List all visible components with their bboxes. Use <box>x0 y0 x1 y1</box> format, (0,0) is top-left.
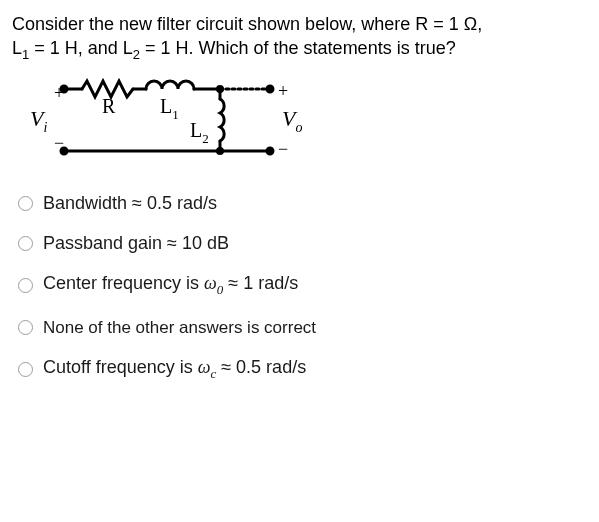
radio-icon[interactable] <box>18 278 33 293</box>
option-passband[interactable]: Passband gain ≈ 10 dB <box>12 234 587 252</box>
radio-icon[interactable] <box>18 362 33 377</box>
vi-plus: + <box>54 83 64 103</box>
q-l1: L <box>12 38 22 58</box>
option-label: Center frequency is ω0 ≈ 1 rad/s <box>43 274 298 297</box>
vo-minus: − <box>278 139 288 159</box>
option-bandwidth[interactable]: Bandwidth ≈ 0.5 rad/s <box>12 194 587 212</box>
vo-label: Vo <box>282 106 302 135</box>
options-group: Bandwidth ≈ 0.5 rad/s Passband gain ≈ 10… <box>12 194 587 380</box>
svg-point-6 <box>267 86 273 92</box>
circuit-figure: + Vi − R L1 L2 + Vo − <box>20 71 587 176</box>
radio-icon[interactable] <box>18 236 33 251</box>
question-text: Consider the new filter circuit shown be… <box>12 12 587 63</box>
q-end: = 1 H. Which of the statements is true? <box>140 38 456 58</box>
q-mid: = 1 H, and L <box>29 38 133 58</box>
circuit-svg: + Vi − R L1 L2 + Vo − <box>20 71 310 171</box>
option-label: Bandwidth ≈ 0.5 rad/s <box>43 194 217 212</box>
vi-minus: − <box>54 133 64 153</box>
option-center-freq[interactable]: Center frequency is ω0 ≈ 1 rad/s <box>12 274 587 297</box>
r-label: R <box>102 95 116 117</box>
option-label: Passband gain ≈ 10 dB <box>43 234 229 252</box>
svg-point-12 <box>267 148 273 154</box>
radio-icon[interactable] <box>18 320 33 335</box>
radio-icon[interactable] <box>18 196 33 211</box>
question-line1: Consider the new filter circuit shown be… <box>12 14 482 34</box>
option-label: None of the other answers is correct <box>43 319 316 336</box>
option-none[interactable]: None of the other answers is correct <box>12 319 587 336</box>
l1-label: L1 <box>160 95 179 122</box>
option-label: Cutoff frequency is ωc ≈ 0.5 rad/s <box>43 358 306 381</box>
l2-label: L2 <box>190 119 209 146</box>
vi-label: Vi <box>30 106 47 135</box>
option-cutoff[interactable]: Cutoff frequency is ωc ≈ 0.5 rad/s <box>12 358 587 381</box>
q-l2-sub: 2 <box>133 47 140 62</box>
vo-plus: + <box>278 81 288 101</box>
